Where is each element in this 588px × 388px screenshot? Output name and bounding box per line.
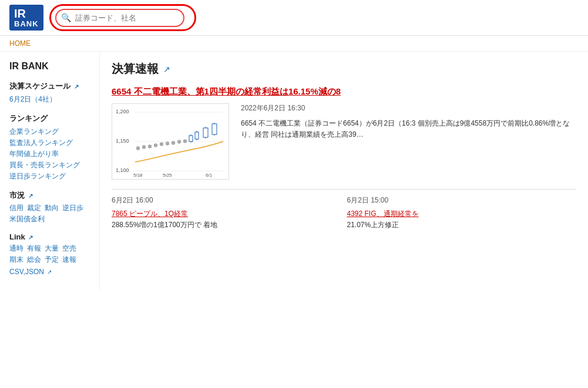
link-row2: 期末 総会 予定 速報: [9, 255, 90, 265]
svg-rect-18: [177, 140, 181, 143]
svg-rect-14: [166, 142, 169, 145]
link-4[interactable]: 期末: [9, 255, 23, 265]
market-ext-icon: ↗: [28, 193, 33, 199]
ranking-link-4[interactable]: 逆日歩ランキング: [9, 171, 90, 182]
section-header: 決算速報 ↗: [112, 61, 576, 77]
svg-rect-26: [203, 128, 208, 137]
market-section: 市況 ↗ 信用 裁定 動向 逆日歩 米国債金利: [9, 190, 90, 224]
main-content: 決算速報 ↗ 6654 不二電機工業、第1四半期の経常利益は16.15%減の8 …: [100, 52, 588, 291]
header: IR BANK 🔍: [0, 0, 588, 36]
search-icon: 🔍: [61, 13, 71, 22]
search-input[interactable]: [55, 9, 184, 27]
article-title[interactable]: 6654 不二電機工業、第1四半期の経常利益は16.15%減の8: [112, 86, 576, 97]
article-date: 2022年6月2日 16:30: [241, 103, 576, 113]
y-label-2: 1,100: [116, 167, 129, 173]
svg-rect-16: [172, 141, 175, 144]
csv-json-row: CSV,JSON ↗: [9, 267, 90, 276]
article-text-area: 2022年6月2日 16:30 6654 不二電機工業（証券コード6654）が6…: [241, 103, 576, 180]
link-5[interactable]: 総会: [27, 255, 41, 265]
section-ext-icon: ↗: [163, 65, 170, 74]
svg-text:6/1: 6/1: [206, 173, 213, 177]
svg-rect-12: [160, 143, 163, 146]
link-7[interactable]: 速報: [62, 255, 76, 265]
news-item2-desc: 21.07%上方修正: [347, 220, 577, 230]
link-2[interactable]: 大量: [45, 244, 59, 254]
schedule-ext-icon: ↗: [74, 83, 79, 90]
news-col2-header: 6月2日 15:00: [347, 195, 577, 205]
link-1[interactable]: 有報: [27, 244, 41, 254]
section-title: 決算速報: [112, 61, 159, 77]
news-col1-header: 6月2日 16:00: [112, 195, 341, 205]
news-grid: 6月2日 16:00 7865 ピープル、1Q経常 288.55%増の1億170…: [112, 189, 576, 230]
news-item1-desc: 288.55%増の1億1700万円で 着地: [112, 220, 341, 230]
csv-json-link[interactable]: CSV,JSON ↗: [9, 267, 90, 276]
logo[interactable]: IR BANK: [9, 5, 43, 31]
link-section: Link ↗ 通時 有報 大量 空売 期末 総会 予定 速報 CSV,JSON …: [9, 232, 90, 276]
svg-rect-20: [183, 140, 187, 143]
svg-rect-22: [189, 136, 193, 141]
link-0[interactable]: 通時: [9, 244, 23, 254]
schedule-section: 決算スケジュール ↗ 6月2日（4社）: [9, 81, 90, 105]
ranking-link-1[interactable]: 監査法人ランキング: [9, 137, 90, 149]
ir-bank-title: IR BANK: [9, 61, 90, 72]
news-col2: 6月2日 15:00 4392 FIG、通期経常を 21.07%上方修正: [347, 195, 577, 230]
market-label: 市況 ↗: [9, 190, 90, 201]
y-label-0: 1,200: [116, 109, 129, 114]
breadcrumb-home[interactable]: HOME: [9, 39, 31, 48]
ranking-link-0[interactable]: 企業ランキング: [9, 126, 90, 137]
article-summary: 6654 不二電機工業（証券コード6654）が6月2日（16:3 個別売上高は9…: [241, 118, 576, 140]
ranking-section: ランキング 企業ランキング 監査法人ランキング 年間値上がり率 買長・売長ランキ…: [9, 113, 90, 182]
ranking-link-2[interactable]: 年間値上がり率: [9, 149, 90, 160]
search-wrapper: 🔍: [55, 9, 184, 27]
logo-bank: BANK: [14, 20, 39, 28]
y-label-1: 1,150: [116, 138, 129, 144]
link-label: Link ↗: [9, 232, 90, 241]
stock-chart: 1,200 1,150 1,100: [112, 103, 229, 180]
market-link-4[interactable]: 米国債金利: [9, 214, 45, 224]
link-3[interactable]: 空売: [62, 244, 76, 254]
article-body: 1,200 1,150 1,100: [112, 103, 576, 180]
news-col1: 6月2日 16:00 7865 ピープル、1Q経常 288.55%増の1億170…: [112, 195, 341, 230]
logo-ir: IR: [14, 7, 39, 20]
ranking-link-3[interactable]: 買長・売長ランキング: [9, 160, 90, 171]
news-item1-title[interactable]: 7865 ピープル、1Q経常: [112, 209, 341, 219]
link-row1: 通時 有報 大量 空売: [9, 244, 90, 254]
svg-rect-4: [136, 147, 140, 150]
schedule-label: 決算スケジュール ↗: [9, 81, 90, 92]
link-ext-icon: ↗: [28, 234, 33, 241]
market-link-3[interactable]: 逆日歩: [62, 203, 83, 213]
market-links: 信用 裁定 動向 逆日歩: [9, 203, 90, 213]
svg-rect-6: [142, 146, 146, 149]
market-links-2: 米国債金利: [9, 214, 90, 224]
schedule-date-link[interactable]: 6月2日（4社）: [9, 94, 90, 105]
svg-rect-28: [212, 124, 217, 134]
svg-rect-8: [148, 145, 152, 148]
market-link-0[interactable]: 信用: [9, 203, 23, 213]
link-6[interactable]: 予定: [45, 255, 59, 265]
breadcrumb: HOME: [0, 36, 588, 52]
chart-svg: 1,200 1,150 1,100: [115, 106, 226, 177]
market-link-2[interactable]: 動向: [45, 203, 59, 213]
svg-text:5/25: 5/25: [163, 173, 172, 177]
csv-ext-icon: ↗: [47, 269, 52, 275]
ranking-label: ランキング: [9, 113, 90, 124]
main-layout: IR BANK 決算スケジュール ↗ 6月2日（4社） ランキング 企業ランキン…: [0, 52, 588, 291]
sidebar: IR BANK 決算スケジュール ↗ 6月2日（4社） ランキング 企業ランキン…: [0, 52, 100, 291]
svg-rect-10: [154, 144, 157, 147]
svg-rect-24: [195, 132, 199, 139]
market-link-1[interactable]: 裁定: [27, 203, 41, 213]
news-item2-title[interactable]: 4392 FIG、通期経常を: [347, 209, 577, 219]
svg-text:5/18: 5/18: [133, 173, 143, 177]
logo-area: IR BANK: [9, 5, 43, 31]
